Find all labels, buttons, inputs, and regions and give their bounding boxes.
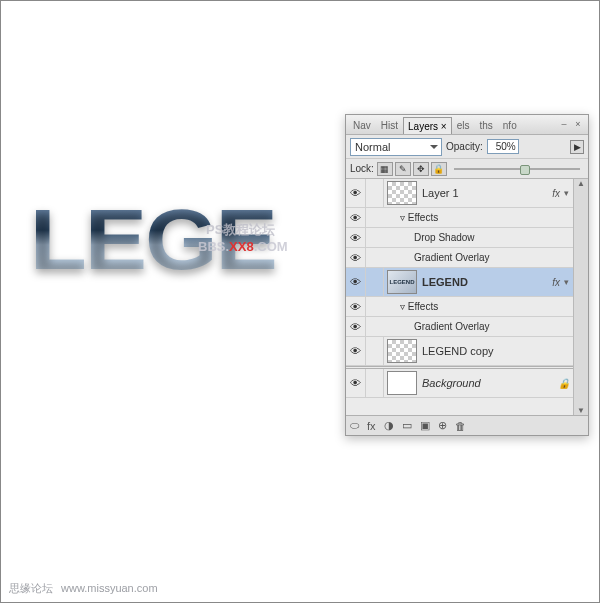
panel-footer: ⬭fx◑▭▣⊕🗑 — [346, 415, 588, 435]
effects-row[interactable]: 👁▿ Effects — [346, 297, 573, 317]
visibility-toggle[interactable]: 👁 — [346, 179, 366, 207]
footer-icon-0[interactable]: ⬭ — [350, 419, 359, 432]
layer-thumbnail[interactable] — [387, 181, 417, 205]
scroll-down-icon[interactable]: ▼ — [577, 406, 585, 415]
lock-label: Lock: — [350, 163, 374, 174]
layer-name[interactable]: Background — [422, 377, 558, 389]
layer-row[interactable]: 👁Layer 1fx▾ — [346, 179, 573, 208]
panel-tab-hist[interactable]: Hist — [376, 116, 403, 133]
footer-icon-5[interactable]: ⊕ — [438, 419, 447, 432]
effects-toggle[interactable]: ▾ — [563, 277, 573, 287]
lock-option-2[interactable]: ✥ — [413, 162, 429, 176]
layer-row[interactable]: 👁LEGENDLEGENDfx▾ — [346, 268, 573, 297]
watermark-cn: PS教程论坛 — [206, 221, 275, 239]
layer-list: 👁Layer 1fx▾👁▿ Effects👁Drop Shadow👁Gradie… — [346, 179, 573, 415]
lock-icon: 🔒 — [558, 378, 573, 389]
visibility-toggle[interactable]: 👁 — [346, 317, 366, 336]
effect-item[interactable]: 👁Drop Shadow — [346, 228, 573, 248]
footer-icon-3[interactable]: ▭ — [402, 419, 412, 432]
panel-close-icon[interactable]: × — [572, 119, 584, 131]
lock-option-3[interactable]: 🔒 — [431, 162, 447, 176]
panel-tab-els[interactable]: els — [452, 116, 475, 133]
opacity-label: Opacity: — [446, 141, 483, 152]
lock-option-0[interactable]: ▦ — [377, 162, 393, 176]
visibility-toggle[interactable]: 👁 — [346, 369, 366, 397]
page-footer: 思缘论坛www.missyuan.com — [9, 581, 158, 596]
scroll-up-icon[interactable]: ▲ — [577, 179, 585, 188]
layer-thumbnail[interactable]: LEGEND — [387, 270, 417, 294]
effect-item[interactable]: 👁Gradient Overlay — [346, 248, 573, 268]
footer-icon-2[interactable]: ◑ — [384, 419, 394, 432]
visibility-toggle[interactable]: 👁 — [346, 248, 366, 267]
panel-tab-nav[interactable]: Nav — [348, 116, 376, 133]
panel-minimize-icon[interactable]: – — [558, 119, 570, 131]
effects-toggle[interactable]: ▾ — [563, 188, 573, 198]
opacity-flyout-button[interactable]: ▶ — [570, 140, 584, 154]
layer-name[interactable]: LEGEND copy — [422, 345, 573, 357]
panel-tabstrip: NavHistLayers ×elsthsnfo – × — [346, 115, 588, 135]
visibility-toggle[interactable]: 👁 — [346, 297, 366, 316]
footer-icon-4[interactable]: ▣ — [420, 419, 430, 432]
layer-thumbnail[interactable] — [387, 371, 417, 395]
scrollbar[interactable]: ▲ ▼ — [573, 179, 588, 415]
layer-thumbnail[interactable] — [387, 339, 417, 363]
watermark-url: BBS.XX8.COM — [198, 239, 288, 254]
opacity-input[interactable]: 50% — [487, 139, 519, 154]
panel-tab-nfo[interactable]: nfo — [498, 116, 522, 133]
visibility-toggle[interactable]: 👁 — [346, 228, 366, 247]
layer-name[interactable]: LEGEND — [422, 276, 552, 288]
layer-name[interactable]: Layer 1 — [422, 187, 552, 199]
visibility-toggle[interactable]: 👁 — [346, 337, 366, 365]
effect-item[interactable]: 👁Gradient Overlay — [346, 317, 573, 337]
layer-row[interactable]: 👁Background🔒 — [346, 369, 573, 398]
footer-icon-6[interactable]: 🗑 — [455, 420, 466, 432]
layer-row[interactable]: 👁LEGEND copy — [346, 337, 573, 366]
panel-tab-layers[interactable]: Layers × — [403, 117, 452, 134]
blend-mode-select[interactable]: Normal — [350, 138, 442, 156]
layers-panel: NavHistLayers ×elsthsnfo – × Normal Opac… — [345, 114, 589, 436]
opacity-slider[interactable] — [454, 166, 580, 172]
visibility-toggle[interactable]: 👁 — [346, 208, 366, 227]
fx-badge: fx — [552, 277, 563, 288]
fx-badge: fx — [552, 188, 563, 199]
lock-option-1[interactable]: ✎ — [395, 162, 411, 176]
footer-icon-1[interactable]: fx — [367, 420, 376, 432]
visibility-toggle[interactable]: 👁 — [346, 268, 366, 296]
panel-tab-ths[interactable]: ths — [474, 116, 497, 133]
effects-row[interactable]: 👁▿ Effects — [346, 208, 573, 228]
